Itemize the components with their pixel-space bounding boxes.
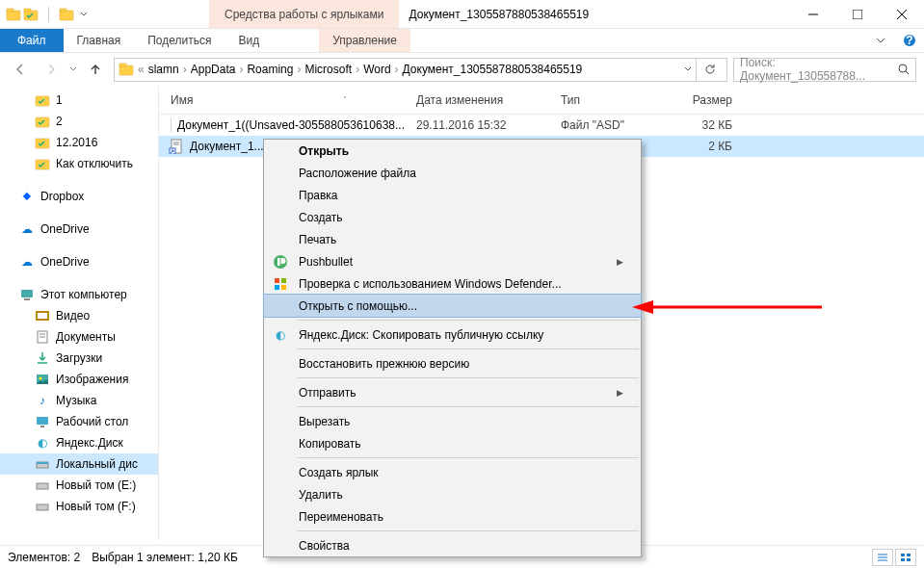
nav-back-button[interactable]: [8, 57, 33, 82]
svg-rect-34: [37, 483, 48, 489]
tab-share[interactable]: Поделиться: [134, 29, 224, 52]
sidebar-item-dropbox[interactable]: ⯁Dropbox: [0, 186, 158, 207]
ctx-edit[interactable]: Правка: [264, 184, 641, 206]
sidebar-item[interactable]: 1: [0, 90, 158, 111]
sidebar-item[interactable]: 2: [0, 111, 158, 132]
dropbox-icon: ⯁: [19, 189, 35, 204]
view-icons-button[interactable]: [895, 549, 916, 566]
separator: [297, 457, 639, 458]
sidebar-item[interactable]: Загрузки: [0, 348, 158, 369]
search-icon: [898, 64, 910, 75]
ctx-cut[interactable]: Вырезать: [264, 410, 641, 432]
file-tab[interactable]: Файл: [0, 29, 64, 52]
sidebar-item[interactable]: Как отключить: [0, 153, 158, 174]
breadcrumb[interactable]: « slamn› AppData› Roaming› Microsoft› Wo…: [114, 58, 727, 82]
ctx-restore-version[interactable]: Восстановить прежнюю версию: [264, 352, 641, 374]
help-icon[interactable]: ?: [895, 29, 924, 52]
folder-pin-icon: [35, 92, 50, 108]
tab-view[interactable]: Вид: [224, 29, 273, 52]
sidebar-item[interactable]: Изображения: [0, 369, 158, 390]
ctx-print[interactable]: Печать: [264, 228, 641, 250]
ctx-send-to[interactable]: Отправить▶: [264, 381, 641, 403]
nav-up-button[interactable]: [83, 57, 108, 82]
folder-pin-icon: [35, 156, 50, 171]
ctx-create-shortcut[interactable]: Создать ярлык: [264, 461, 641, 483]
images-icon: [35, 372, 50, 387]
status-count: Элементов: 2: [8, 551, 80, 564]
crumb-seg[interactable]: AppData: [191, 63, 236, 76]
svg-rect-4: [60, 11, 73, 20]
svg-rect-20: [21, 290, 33, 297]
svg-rect-52: [901, 554, 905, 556]
sidebar-item[interactable]: ◐Яндекс.Диск: [0, 432, 158, 453]
search-placeholder: Поиск: Документ_130558788...: [740, 56, 898, 83]
ctx-defender[interactable]: Проверка с использованием Windows Defend…: [264, 272, 641, 295]
sidebar-item[interactable]: ♪Музыка: [0, 390, 158, 411]
minimize-button[interactable]: [791, 0, 835, 29]
history-dropdown-icon[interactable]: [69, 65, 77, 73]
ctx-open-with[interactable]: Открыть с помощью...: [264, 295, 641, 317]
sidebar-item-thispc[interactable]: Этот компьютер: [0, 284, 158, 305]
svg-rect-33: [37, 462, 48, 464]
ctx-copy[interactable]: Копировать: [264, 432, 641, 454]
tab-manage[interactable]: Управление: [319, 29, 410, 52]
chevron-down-icon[interactable]: [684, 65, 692, 73]
crumb-seg[interactable]: Word: [363, 63, 390, 76]
svg-rect-53: [907, 554, 911, 556]
pushbullet-icon: [272, 253, 289, 271]
ribbon-expand-icon[interactable]: [866, 29, 895, 52]
separator: [297, 320, 639, 321]
col-header-type[interactable]: Тип: [549, 93, 655, 107]
svg-rect-7: [853, 10, 862, 19]
refresh-button[interactable]: [696, 59, 723, 81]
ctx-yadisk-link[interactable]: ◐Яндекс.Диск: Скопировать публичную ссыл…: [264, 323, 641, 346]
ctx-rename[interactable]: Переименовать: [264, 505, 641, 528]
close-button[interactable]: [880, 0, 924, 29]
sidebar-item[interactable]: Локальный дис: [0, 453, 158, 475]
crumb-seg[interactable]: slamn: [148, 63, 179, 76]
ctx-new[interactable]: Создать: [264, 206, 641, 228]
tab-home[interactable]: Главная: [64, 29, 135, 52]
sidebar-item[interactable]: Видео: [0, 305, 158, 326]
title-bar: Средства работы с ярлыками Документ_1305…: [0, 0, 924, 29]
onedrive-icon: ☁: [19, 221, 35, 237]
window-title: Документ_1305587880538465519: [409, 8, 791, 21]
svg-point-14: [899, 65, 907, 72]
ctx-file-location[interactable]: Расположение файла: [264, 162, 641, 184]
file-row[interactable]: Документ_1((Unsaved-305588053610638... 2…: [159, 115, 924, 136]
downloads-icon: [35, 350, 50, 366]
sidebar-item[interactable]: Новый том (F:): [0, 496, 158, 517]
yadisk-icon: ◐: [35, 435, 50, 451]
chevron-down-icon[interactable]: [80, 11, 88, 18]
sidebar-item[interactable]: Рабочий стол: [0, 411, 158, 432]
search-input[interactable]: Поиск: Документ_130558788...: [733, 58, 916, 82]
maximize-button[interactable]: [835, 0, 880, 29]
folder-icon: [23, 7, 39, 22]
svg-rect-13: [119, 64, 126, 66]
crumb-seg[interactable]: Roaming: [247, 63, 293, 76]
ctx-delete[interactable]: Удалить: [264, 483, 641, 505]
sidebar-item[interactable]: 12.2016: [0, 132, 158, 153]
sidebar-item-onedrive[interactable]: ☁OneDrive: [0, 251, 158, 272]
col-header-name[interactable]: Имя: [171, 93, 193, 107]
ctx-open[interactable]: Открыть: [264, 140, 641, 162]
nav-forward-button[interactable]: [39, 57, 64, 82]
separator: [297, 530, 639, 531]
view-details-button[interactable]: [872, 549, 893, 566]
ctx-pushbullet[interactable]: Pushbullet▶: [264, 250, 641, 272]
crumb-seg[interactable]: Microsoft: [304, 63, 352, 76]
col-header-size[interactable]: Размер: [655, 93, 752, 107]
music-icon: ♪: [35, 393, 50, 408]
svg-rect-43: [275, 278, 279, 283]
crumb-seg[interactable]: Документ_1305587880538465519: [403, 63, 583, 76]
column-headers[interactable]: Имя˄ Дата изменения Тип Размер: [159, 86, 924, 115]
sidebar-item-onedrive[interactable]: ☁OneDrive: [0, 219, 158, 240]
separator: [297, 377, 639, 378]
sidebar-item[interactable]: Документы: [0, 326, 158, 348]
col-header-date[interactable]: Дата изменения: [405, 93, 549, 107]
quick-access-toolbar: [0, 7, 93, 22]
svg-text:?: ?: [906, 34, 912, 47]
sidebar-item[interactable]: Новый том (E:): [0, 475, 158, 496]
svg-line-15: [906, 71, 909, 74]
ctx-properties[interactable]: Свойства: [264, 534, 641, 556]
